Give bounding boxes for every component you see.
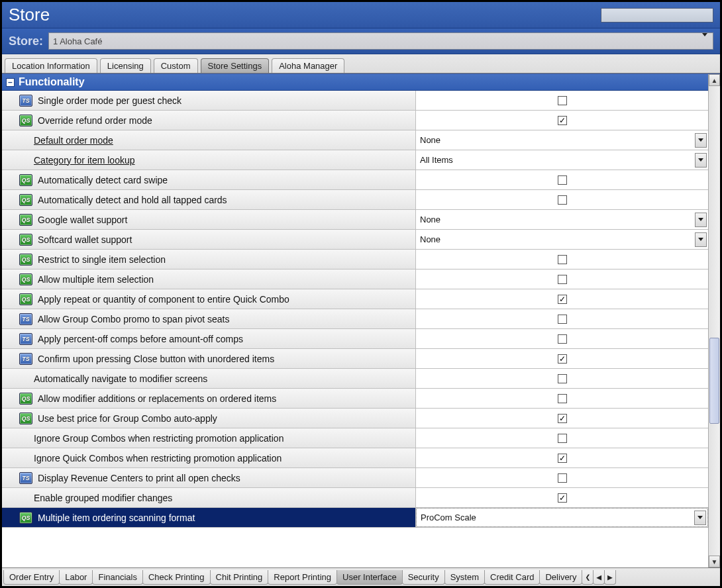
tab-nav-prev[interactable]: ◀ — [593, 570, 605, 585]
bottom-tab-report-printing[interactable]: Report Printing — [268, 570, 337, 585]
content-area: − Functionality TSSingle order mode per … — [2, 74, 720, 567]
setting-row[interactable]: TSSingle order mode per guest check — [2, 91, 708, 111]
checkbox[interactable] — [416, 468, 708, 487]
tab-aloha-manager[interactable]: Aloha Manager — [272, 58, 344, 73]
checkbox-input[interactable] — [558, 195, 567, 205]
bottom-tab-credit-card[interactable]: Credit Card — [484, 570, 540, 585]
checkbox[interactable] — [416, 488, 708, 507]
setting-row[interactable]: QSAllow multiple item selection — [2, 270, 708, 289]
checkbox-input[interactable] — [558, 315, 567, 324]
checkbox-input[interactable] — [558, 394, 567, 403]
select-value: All Items — [420, 155, 453, 165]
setting-row[interactable]: TSAllow Group Combo promo to span pivot … — [2, 309, 708, 329]
setting-row[interactable]: TSConfirm upon pressing Close button wit… — [2, 349, 708, 369]
checkbox[interactable] — [416, 270, 708, 289]
checkbox-input[interactable] — [558, 96, 567, 105]
tab-nav-first[interactable]: ❮ — [582, 570, 593, 585]
checkbox-input[interactable] — [558, 414, 567, 423]
checkbox[interactable] — [416, 289, 708, 309]
checkbox[interactable] — [416, 428, 708, 448]
select[interactable]: None — [416, 130, 708, 150]
chevron-down-icon[interactable] — [694, 511, 706, 525]
section-functionality[interactable]: − Functionality — [2, 74, 708, 91]
setting-row[interactable]: Ignore Group Combos when restricting pro… — [2, 428, 708, 448]
select[interactable]: None — [416, 210, 708, 229]
setting-row[interactable]: QSUse best price for Group Combo auto-ap… — [2, 409, 708, 428]
bottom-tab-labor[interactable]: Labor — [59, 570, 93, 585]
checkbox-input[interactable] — [558, 473, 567, 483]
chevron-down-icon[interactable] — [695, 133, 707, 148]
scroll-thumb[interactable] — [709, 338, 719, 424]
checkbox[interactable] — [416, 170, 708, 189]
setting-label-text: Allow Group Combo promo to span pivot se… — [38, 314, 229, 324]
setting-row[interactable]: Enable grouped modifier changes — [2, 488, 708, 508]
bottom-tab-order-entry[interactable]: Order Entry — [3, 570, 60, 585]
select[interactable]: ProCom Scale — [416, 508, 708, 527]
bottom-tab-user-interface[interactable]: User Interface — [336, 570, 403, 585]
select[interactable]: All Items — [416, 150, 708, 170]
tab-custom[interactable]: Custom — [154, 58, 198, 73]
setting-row[interactable]: Ignore Quick Combos when restricting pro… — [2, 448, 708, 468]
checkbox-input[interactable] — [558, 275, 567, 284]
setting-row[interactable]: Automatically navigate to modifier scree… — [2, 369, 708, 389]
checkbox[interactable] — [416, 448, 708, 467]
setting-row[interactable]: QSSoftcard wallet supportNone — [2, 230, 708, 250]
checkbox[interactable] — [416, 309, 708, 328]
setting-label: QSAllow multiple item selection — [2, 270, 416, 289]
checkbox-input[interactable] — [558, 434, 567, 443]
scrollbar-vertical[interactable]: ▲ ▼ — [708, 74, 720, 567]
chevron-down-icon[interactable] — [695, 213, 707, 227]
setting-row[interactable]: QSApply repeat or quantity of component … — [2, 289, 708, 309]
chevron-down-icon[interactable] — [695, 153, 707, 168]
bottom-tab-financials[interactable]: Financials — [92, 570, 143, 585]
titlebar-field[interactable] — [601, 8, 713, 23]
scroll-up-button[interactable]: ▲ — [709, 74, 720, 86]
tab-location-information[interactable]: Location Information — [5, 58, 97, 73]
setting-row[interactable]: TSApply percent-off comps before amount-… — [2, 329, 708, 349]
checkbox[interactable] — [416, 250, 708, 269]
bottom-tab-security[interactable]: Security — [402, 570, 445, 585]
setting-label: QSGoogle wallet support — [2, 210, 416, 229]
setting-row[interactable]: QSOverride refund order mode — [2, 111, 708, 130]
tab-licensing[interactable]: Licensing — [100, 58, 151, 73]
setting-row[interactable]: QSAllow modifier additions or replacemen… — [2, 389, 708, 409]
checkbox[interactable] — [416, 91, 708, 110]
setting-row[interactable]: QSMultiple item ordering scanning format… — [2, 508, 708, 528]
checkbox-input[interactable] — [558, 454, 567, 463]
scroll-down-button[interactable]: ▼ — [709, 556, 720, 567]
checkbox[interactable] — [416, 409, 708, 428]
checkbox-input[interactable] — [558, 374, 567, 383]
checkbox-input[interactable] — [558, 493, 567, 503]
checkbox-input[interactable] — [558, 175, 567, 185]
checkbox-input[interactable] — [558, 255, 567, 264]
checkbox-input[interactable] — [558, 116, 567, 125]
checkbox[interactable] — [416, 190, 708, 209]
setting-row[interactable]: Category for item lookupAll Items — [2, 150, 708, 170]
checkbox[interactable] — [416, 111, 708, 130]
tab-nav-next[interactable]: ▶ — [604, 570, 616, 585]
setting-row[interactable]: Default order modeNone — [2, 130, 708, 150]
setting-row[interactable]: QSAutomatically detect card swipe — [2, 170, 708, 190]
bottom-tab-check-printing[interactable]: Check Printing — [142, 570, 211, 585]
setting-row[interactable]: QSGoogle wallet supportNone — [2, 210, 708, 230]
setting-label: QSOverride refund order mode — [2, 111, 416, 130]
bottom-tab-chit-printing[interactable]: Chit Printing — [210, 570, 269, 585]
checkbox-input[interactable] — [558, 334, 567, 344]
setting-row[interactable]: TSDisplay Revenue Centers to print all o… — [2, 468, 708, 488]
checkbox[interactable] — [416, 349, 708, 368]
setting-row[interactable]: QSRestrict to single item selection — [2, 250, 708, 270]
checkbox[interactable] — [416, 389, 708, 408]
chevron-down-icon[interactable] — [695, 232, 707, 247]
select[interactable]: None — [416, 230, 708, 249]
tab-store-settings[interactable]: Store Settings — [201, 58, 270, 73]
checkbox[interactable] — [416, 329, 708, 348]
bottom-tab-delivery[interactable]: Delivery — [539, 570, 582, 585]
store-select[interactable]: 1 Aloha Café — [48, 32, 713, 50]
checkbox[interactable] — [416, 369, 708, 388]
collapse-icon[interactable]: − — [6, 78, 15, 87]
bottom-tab-system[interactable]: System — [444, 570, 485, 585]
checkbox-input[interactable] — [558, 354, 567, 364]
scroll-track[interactable] — [709, 86, 720, 556]
setting-row[interactable]: QSAutomatically detect and hold all tapp… — [2, 190, 708, 210]
checkbox-input[interactable] — [558, 295, 567, 304]
